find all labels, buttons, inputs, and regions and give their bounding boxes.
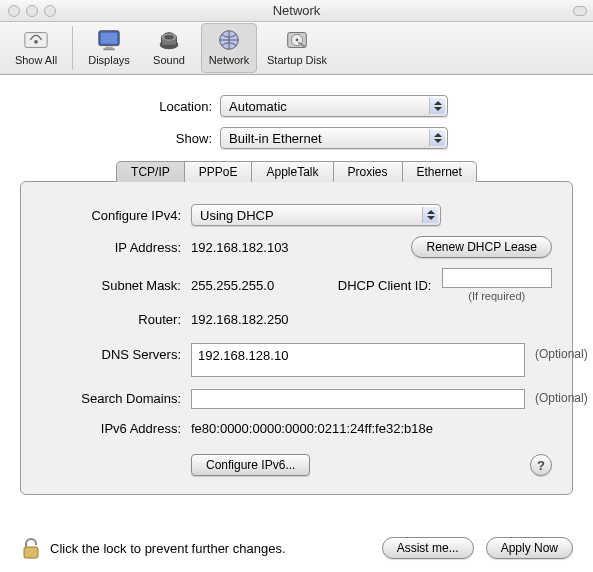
svg-rect-14	[24, 547, 38, 558]
traffic-lights	[8, 5, 56, 17]
toolbar-network[interactable]: Network	[201, 23, 257, 73]
help-button[interactable]: ?	[530, 454, 552, 476]
toolbar-startup-disk[interactable]: Startup Disk	[261, 23, 333, 73]
network-icon	[213, 26, 245, 54]
dns-optional-label: (Optional)	[535, 343, 588, 361]
tab-pppoe[interactable]: PPPoE	[184, 161, 253, 182]
tab-ethernet[interactable]: Ethernet	[402, 161, 477, 182]
configure-ipv4-value: Using DHCP	[200, 208, 274, 223]
show-label: Show:	[20, 131, 220, 146]
router-value: 192.168.182.250	[191, 312, 302, 327]
toolbar-label: Sound	[153, 54, 185, 66]
assist-me-button[interactable]: Assist me...	[382, 537, 474, 559]
show-value: Built-in Ethernet	[229, 131, 322, 146]
search-domains-label: Search Domains:	[41, 389, 181, 406]
toolbar-toggle-button[interactable]	[573, 6, 587, 16]
lock-icon[interactable]	[20, 536, 42, 560]
location-label: Location:	[20, 99, 220, 114]
minimize-window-button[interactable]	[26, 5, 38, 17]
zoom-window-button[interactable]	[44, 5, 56, 17]
displays-icon	[93, 26, 125, 54]
search-optional-label: (Optional)	[535, 389, 588, 405]
tab-appletalk[interactable]: AppleTalk	[251, 161, 333, 182]
renew-dhcp-button[interactable]: Renew DHCP Lease	[411, 236, 552, 258]
show-popup[interactable]: Built-in Ethernet	[220, 127, 448, 149]
svg-point-8	[164, 35, 173, 40]
configure-ipv4-popup[interactable]: Using DHCP	[191, 204, 441, 226]
apply-now-button[interactable]: Apply Now	[486, 537, 573, 559]
configure-ipv6-button[interactable]: Configure IPv6...	[191, 454, 310, 476]
location-popup[interactable]: Automatic	[220, 95, 448, 117]
toolbar-label: Show All	[15, 54, 57, 66]
chevron-updown-icon	[422, 207, 438, 223]
preferences-toolbar: Show All Displays Sound	[0, 22, 593, 75]
dhcp-client-id-input[interactable]	[442, 268, 552, 288]
subnet-mask-value: 255.255.255.0	[191, 278, 302, 293]
tab-tcpip[interactable]: TCP/IP	[116, 161, 185, 182]
lock-text: Click the lock to prevent further change…	[50, 541, 286, 556]
footer: Click the lock to prevent further change…	[0, 536, 593, 560]
configure-ipv4-label: Configure IPv4:	[41, 208, 181, 223]
ipv6-address-label: IPv6 Address:	[41, 421, 181, 436]
router-label: Router:	[41, 312, 181, 327]
search-domains-input[interactable]	[191, 389, 525, 409]
dhcp-client-id-label: DHCP Client ID:	[312, 278, 432, 293]
toolbar-displays[interactable]: Displays	[81, 23, 137, 73]
sound-icon	[153, 26, 185, 54]
svg-rect-4	[105, 47, 112, 49]
svg-rect-3	[101, 33, 118, 44]
tcpip-panel: Configure IPv4: Using DHCP IP Address: 1…	[20, 181, 573, 495]
ip-address-label: IP Address:	[41, 240, 181, 255]
content-area: Location: Automatic Show: Built-in Ether…	[0, 75, 593, 495]
dns-servers-input[interactable]: 192.168.128.10	[191, 343, 525, 377]
location-value: Automatic	[229, 99, 287, 114]
ip-address-value: 192.168.182.103	[191, 240, 302, 255]
startup-disk-icon	[281, 26, 313, 54]
toolbar-divider	[72, 26, 73, 70]
toolbar-label: Startup Disk	[267, 54, 327, 66]
toolbar-label: Network	[209, 54, 249, 66]
svg-point-1	[34, 40, 38, 44]
show-all-icon	[20, 26, 52, 54]
tab-bar: TCP/IP PPPoE AppleTalk Proxies Ethernet	[20, 161, 573, 182]
window-title: Network	[0, 3, 593, 18]
toolbar-label: Displays	[88, 54, 130, 66]
ipv6-address-value: fe80:0000:0000:0000:0211:24ff:fe32:b18e	[191, 421, 552, 436]
svg-rect-5	[103, 48, 114, 50]
close-window-button[interactable]	[8, 5, 20, 17]
subnet-mask-label: Subnet Mask:	[41, 278, 181, 293]
window-titlebar: Network	[0, 0, 593, 22]
chevron-updown-icon	[429, 98, 445, 114]
chevron-updown-icon	[429, 130, 445, 146]
toolbar-show-all[interactable]: Show All	[8, 23, 64, 73]
if-required-note: (If required)	[442, 290, 553, 302]
tab-proxies[interactable]: Proxies	[333, 161, 403, 182]
toolbar-sound[interactable]: Sound	[141, 23, 197, 73]
dns-servers-label: DNS Servers:	[41, 343, 181, 362]
svg-point-12	[296, 39, 299, 42]
